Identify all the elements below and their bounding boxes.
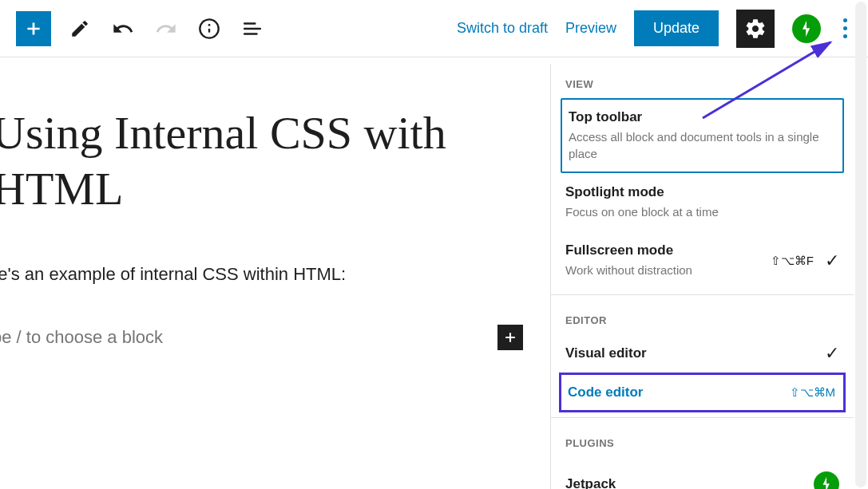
jetpack-icon (814, 471, 839, 489)
inline-add-block-button[interactable] (497, 325, 523, 350)
editor-toolbar: Switch to draft Preview Update (0, 0, 868, 57)
spotlight-option[interactable]: Spotlight mode Focus on one block at a t… (551, 173, 854, 231)
code-editor-shortcut: ⇧⌥⌘M (790, 385, 836, 400)
code-editor-option[interactable]: Code editor ⇧⌥⌘M (559, 373, 846, 412)
more-options-button[interactable] (838, 14, 852, 43)
add-block-button[interactable] (16, 11, 51, 46)
post-title[interactable]: Using Internal CSS with HTML (0, 105, 503, 216)
editor-section-label: EDITOR (551, 300, 854, 334)
check-icon: ✓ (825, 343, 839, 364)
edit-icon[interactable] (65, 14, 94, 43)
switch-to-draft-link[interactable]: Switch to draft (457, 20, 548, 37)
spotlight-desc: Focus on one block at a time (565, 203, 839, 220)
settings-button[interactable] (736, 10, 775, 48)
fullscreen-shortcut: ⇧⌥⌘F (771, 254, 814, 268)
list-view-icon[interactable] (238, 14, 267, 43)
spotlight-title: Spotlight mode (565, 184, 839, 200)
block-placeholder-row: pe / to choose a block (0, 325, 523, 350)
divider (551, 294, 854, 295)
plugins-section-label: PLUGINS (551, 423, 854, 457)
top-toolbar-option[interactable]: Top toolbar Access all block and documen… (561, 98, 844, 173)
jetpack-button[interactable] (792, 14, 821, 43)
visual-editor-option[interactable]: Visual editor ✓ (551, 334, 854, 373)
jetpack-label: Jetpack (565, 476, 616, 489)
fullscreen-option[interactable]: Fullscreen mode Work without distraction… (551, 231, 854, 290)
top-toolbar-title: Top toolbar (569, 109, 836, 125)
scrollbar[interactable] (855, 2, 866, 487)
svg-point-2 (208, 23, 211, 26)
view-section-label: VIEW (551, 64, 854, 98)
options-dropdown: VIEW Top toolbar Access all block and do… (550, 64, 854, 489)
info-icon[interactable] (195, 14, 224, 43)
divider (551, 417, 854, 418)
preview-link[interactable]: Preview (565, 20, 616, 37)
visual-editor-title: Visual editor (565, 345, 839, 361)
toolbar-right-group: Switch to draft Preview Update (457, 10, 852, 48)
undo-icon[interactable] (109, 14, 137, 43)
block-placeholder[interactable]: pe / to choose a block (0, 327, 163, 348)
update-button[interactable]: Update (634, 10, 719, 46)
jetpack-option[interactable]: Jetpack (551, 457, 854, 489)
redo-icon (152, 14, 180, 43)
toolbar-left-group (16, 11, 267, 46)
check-icon: ✓ (825, 250, 839, 271)
top-toolbar-desc: Access all block and document tools in a… (569, 128, 836, 162)
